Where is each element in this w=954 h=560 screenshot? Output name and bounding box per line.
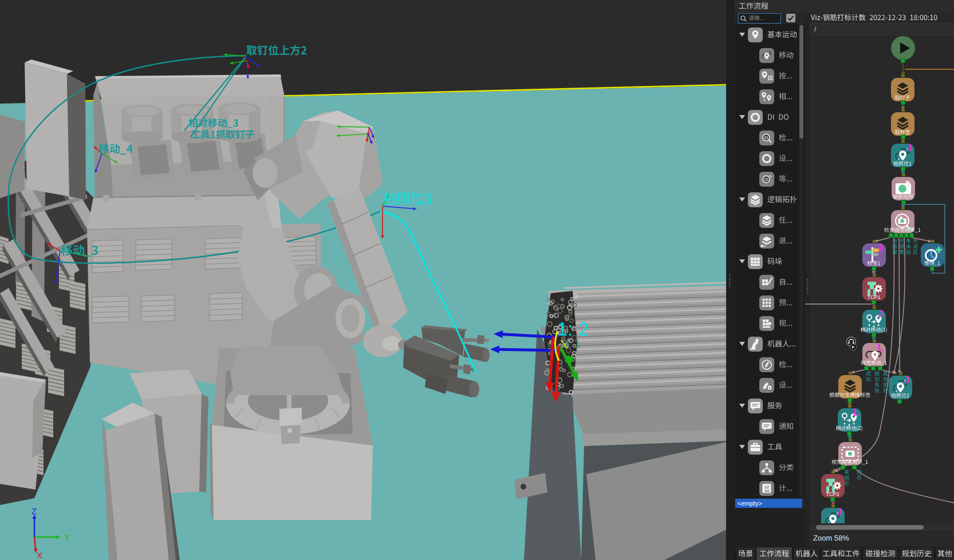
svg-text:1: 2: 1: 2	[557, 318, 589, 340]
svg-text:0: 1: 0: 1	[562, 338, 581, 350]
svg-text:DI: DI	[764, 178, 768, 182]
svg-text:Y: Y	[64, 532, 70, 542]
svg-text:X: X	[37, 550, 42, 560]
svg-text:12: 12	[764, 485, 769, 489]
svg-text:Z: Z	[31, 506, 37, 516]
svg-text:DI: DI	[764, 136, 768, 140]
